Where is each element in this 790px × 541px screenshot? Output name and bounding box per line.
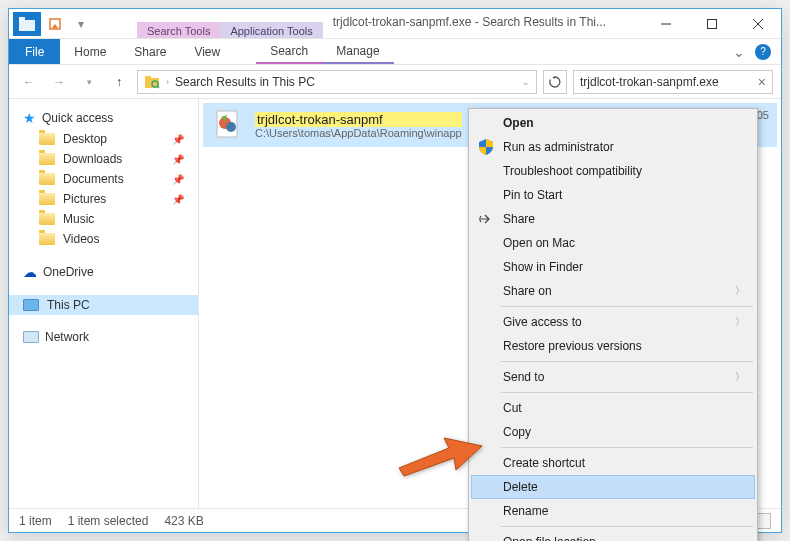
address-path-text: Search Results in This PC xyxy=(175,75,315,89)
navigation-pane: ★ Quick access Desktop📌 Downloads📌 Docum… xyxy=(9,99,199,508)
status-selected-count: 1 item selected xyxy=(68,514,149,528)
contextual-tab-search: Search Tools xyxy=(137,22,220,38)
search-input[interactable] xyxy=(580,75,758,89)
refresh-button[interactable] xyxy=(543,70,567,94)
ctx-label: Open on Mac xyxy=(503,236,575,250)
ctx-share[interactable]: Share xyxy=(471,207,755,231)
pin-icon: 📌 xyxy=(172,174,184,185)
ctx-label: Show in Finder xyxy=(503,260,583,274)
ribbon-tab-manage[interactable]: Manage xyxy=(322,39,393,64)
result-text: trjdlcot-trokan-sanpmf C:\Users\tomas\Ap… xyxy=(255,112,462,139)
ctx-label: Open file location xyxy=(503,535,596,541)
address-bar: ← → ▾ ↑ › Search Results in This PC ⌄ × xyxy=(9,65,781,99)
sidebar-item-music[interactable]: Music xyxy=(9,209,198,229)
pin-icon: 📌 xyxy=(172,134,184,145)
search-folder-icon xyxy=(144,74,160,90)
ctx-label: Share on xyxy=(503,284,552,298)
folder-icon xyxy=(39,213,55,225)
sidebar-item-label: Videos xyxy=(63,232,99,246)
ctx-troubleshoot[interactable]: Troubleshoot compatibility xyxy=(471,159,755,183)
sidebar-item-pictures[interactable]: Pictures📌 xyxy=(9,189,198,209)
folder-icon xyxy=(39,133,55,145)
ctx-share-on[interactable]: Share on〉 xyxy=(471,279,755,303)
svg-rect-1 xyxy=(19,17,25,21)
clear-search-icon[interactable]: × xyxy=(758,74,766,90)
minimize-button[interactable] xyxy=(643,9,689,38)
ctx-pin-start[interactable]: Pin to Start xyxy=(471,183,755,207)
quick-access-label: Quick access xyxy=(42,111,113,125)
sidebar-quick-access[interactable]: ★ Quick access xyxy=(9,107,198,129)
network-label: Network xyxy=(45,330,89,344)
sidebar-item-label: Desktop xyxy=(63,132,107,146)
sidebar-item-desktop[interactable]: Desktop📌 xyxy=(9,129,198,149)
share-icon xyxy=(477,210,495,228)
titlebar: ▾ Search Tools Application Tools trjdlco… xyxy=(9,9,781,39)
ctx-open-location[interactable]: Open file location xyxy=(471,530,755,541)
help-icon[interactable]: ? xyxy=(755,44,771,60)
sidebar-this-pc[interactable]: This PC xyxy=(9,295,198,315)
ctx-rename[interactable]: Rename xyxy=(471,499,755,523)
ctx-label: Send to xyxy=(503,370,544,384)
ctx-run-admin[interactable]: Run as administrator xyxy=(471,135,755,159)
ctx-label: Open xyxy=(503,116,534,130)
cloud-icon: ☁ xyxy=(23,264,37,280)
ctx-delete[interactable]: Delete xyxy=(471,475,755,499)
result-date-fragment: 05 xyxy=(757,109,769,121)
ctx-label: Copy xyxy=(503,425,531,439)
ctx-create-shortcut[interactable]: Create shortcut xyxy=(471,451,755,475)
ctx-show-finder[interactable]: Show in Finder xyxy=(471,255,755,279)
ctx-separator xyxy=(501,526,753,527)
nav-forward-button[interactable]: → xyxy=(47,70,71,94)
onedrive-label: OneDrive xyxy=(43,265,94,279)
address-path-box[interactable]: › Search Results in This PC ⌄ xyxy=(137,70,537,94)
sidebar-onedrive[interactable]: ☁OneDrive xyxy=(9,261,198,283)
ctx-label: Run as administrator xyxy=(503,140,614,154)
sidebar-item-label: Documents xyxy=(63,172,124,186)
star-icon: ★ xyxy=(23,110,36,126)
sidebar-item-documents[interactable]: Documents📌 xyxy=(9,169,198,189)
ctx-cut[interactable]: Cut xyxy=(471,396,755,420)
result-filepath: C:\Users\tomas\AppData\Roaming\winapp xyxy=(255,127,462,139)
ctx-label: Pin to Start xyxy=(503,188,562,202)
qat-app-icon[interactable] xyxy=(13,12,41,36)
window-title: trjdlcot-trokan-sanpmf.exe - Search Resu… xyxy=(323,9,643,38)
nav-recent-dropdown[interactable]: ▾ xyxy=(77,70,101,94)
sidebar-item-downloads[interactable]: Downloads📌 xyxy=(9,149,198,169)
status-size: 423 KB xyxy=(164,514,203,528)
ribbon-tab-search[interactable]: Search xyxy=(256,39,322,64)
annotation-arrow xyxy=(394,428,484,481)
ribbon-expand-icon[interactable]: ⌄ xyxy=(733,44,745,60)
folder-icon xyxy=(39,173,55,185)
ctx-separator xyxy=(501,447,753,448)
search-box[interactable]: × xyxy=(573,70,773,94)
ribbon-tab-share[interactable]: Share xyxy=(120,39,180,64)
ctx-label: Give access to xyxy=(503,315,582,329)
sidebar-item-videos[interactable]: Videos xyxy=(9,229,198,249)
ribbon-file-tab[interactable]: File xyxy=(9,39,60,64)
ctx-label: Troubleshoot compatibility xyxy=(503,164,642,178)
ribbon-tab-view[interactable]: View xyxy=(180,39,234,64)
qat-properties-icon[interactable] xyxy=(43,12,67,36)
nav-up-button[interactable]: ↑ xyxy=(107,70,131,94)
quick-access-toolbar: ▾ xyxy=(9,9,97,38)
ctx-copy[interactable]: Copy xyxy=(471,420,755,444)
ribbon-tab-home[interactable]: Home xyxy=(60,39,120,64)
svg-rect-4 xyxy=(708,19,717,28)
ctx-send-to[interactable]: Send to〉 xyxy=(471,365,755,389)
maximize-button[interactable] xyxy=(689,9,735,38)
ctx-restore[interactable]: Restore previous versions xyxy=(471,334,755,358)
nav-back-button[interactable]: ← xyxy=(17,70,41,94)
folder-icon xyxy=(39,153,55,165)
close-button[interactable] xyxy=(735,9,781,38)
exe-file-icon xyxy=(213,109,245,141)
ctx-open[interactable]: Open xyxy=(471,111,755,135)
ctx-label: Cut xyxy=(503,401,522,415)
qat-dropdown-icon[interactable]: ▾ xyxy=(69,12,93,36)
ctx-separator xyxy=(501,392,753,393)
sidebar-network[interactable]: Network xyxy=(9,327,198,347)
context-menu: Open Run as administrator Troubleshoot c… xyxy=(468,108,758,541)
ribbon: File Home Share View Search Manage ⌄ ? xyxy=(9,39,781,65)
address-dropdown-icon[interactable]: ⌄ xyxy=(522,77,530,87)
ctx-give-access[interactable]: Give access to〉 xyxy=(471,310,755,334)
ctx-open-mac[interactable]: Open on Mac xyxy=(471,231,755,255)
